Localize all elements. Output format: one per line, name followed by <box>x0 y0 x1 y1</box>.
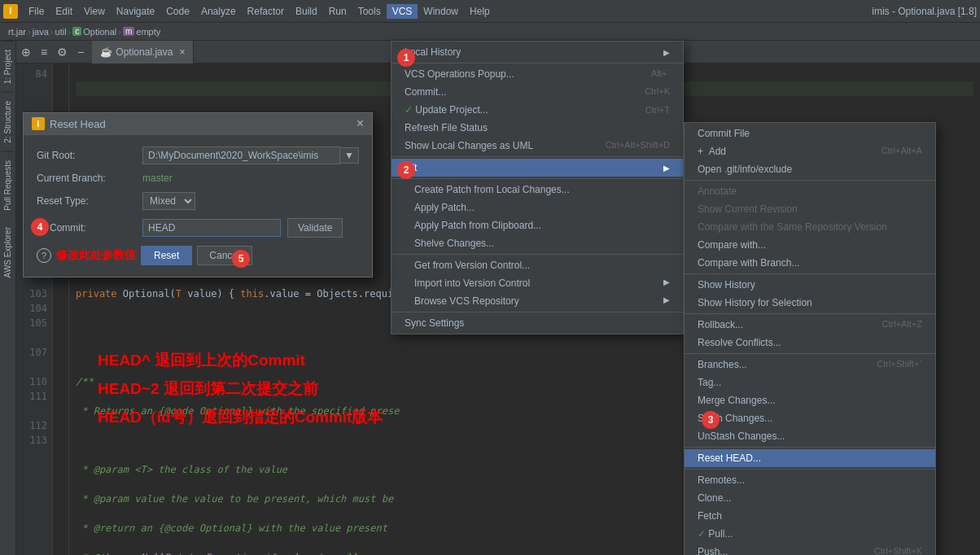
menu-refactor[interactable]: Refactor <box>242 4 290 19</box>
git-item-history[interactable]: Show History <box>685 276 935 294</box>
git-item-add[interactable]: + AddCtrl+Alt+A <box>685 142 935 160</box>
toolbar-icon-gear[interactable]: ⚙ <box>52 44 72 60</box>
dialog-close-button[interactable]: × <box>357 117 364 130</box>
menu-help[interactable]: Help <box>464 4 496 19</box>
help-icon[interactable]: ? <box>37 248 51 263</box>
git-item-reset-head[interactable]: Reset HEAD... <box>685 449 935 467</box>
git-item-pull[interactable]: ✓ Pull... <box>685 525 935 543</box>
breadcrumb-sep3: › <box>68 27 72 37</box>
git-item-unstash[interactable]: UnStash Changes... <box>685 427 935 445</box>
menu-code[interactable]: Code <box>160 4 195 19</box>
git-item-merge[interactable]: Merge Changes... <box>685 391 935 409</box>
toolbar-icon-list[interactable]: ≡ <box>36 44 52 60</box>
git-submenu: Commit File + AddCtrl+Alt+A Open .git/in… <box>684 122 936 555</box>
validate-button[interactable]: Validate <box>287 218 343 238</box>
file-icon: ☕ <box>100 46 112 58</box>
dialog-title-icon: I <box>32 117 45 130</box>
menu-view[interactable]: View <box>78 4 111 19</box>
to-commit-input[interactable] <box>142 219 281 237</box>
sidebar-tab-pull[interactable]: Pull Requests <box>2 151 14 219</box>
git-item-show-revision[interactable]: Show Current Revision <box>685 200 935 218</box>
dialog-row-branch: Current Branch: master <box>37 173 359 184</box>
menu-file[interactable]: File <box>23 4 50 19</box>
annotation-circle-4: 4 <box>31 218 49 236</box>
vcs-menu-item-local-history[interactable]: Local History▶ <box>392 43 683 61</box>
git-item-clone[interactable]: Clone... <box>685 489 935 507</box>
reset-type-select-wrap[interactable]: Mixed Soft Hard Keep Merge <box>142 192 195 210</box>
git-item-exclude[interactable]: Open .git/info/exclude <box>685 160 935 178</box>
menu-edit[interactable]: Edit <box>50 4 78 19</box>
vcs-menu-item-commit[interactable]: Commit...Ctrl+K <box>392 83 683 101</box>
git-sep3 <box>685 313 935 314</box>
vcs-menu-item-popup[interactable]: VCS Operations Popup...Alt+` <box>392 65 683 83</box>
dialog-row-tocommit: To Commit: Validate <box>37 218 359 238</box>
git-root-dropdown-btn[interactable]: ▼ <box>339 147 359 164</box>
app-logo: I <box>3 4 18 19</box>
vcs-menu-sep3 <box>392 178 683 179</box>
vcs-menu-item-sync[interactable]: Sync Settings <box>392 314 683 332</box>
git-item-tag[interactable]: Tag... <box>685 374 935 391</box>
git-item-compare-with[interactable]: Compare with... <box>685 236 935 254</box>
tab-close-icon[interactable]: × <box>179 46 185 58</box>
vcs-menu-item-git[interactable]: Git▶ <box>392 159 683 177</box>
vcs-menu-item-shelve[interactable]: Shelve Changes... <box>392 234 683 252</box>
git-item-history-sel[interactable]: Show History for Selection <box>685 294 935 312</box>
toolbar-icon-min[interactable]: − <box>72 44 89 60</box>
git-item-push[interactable]: Push...Ctrl+Shift+K <box>685 543 935 555</box>
menu-analyze[interactable]: Analyze <box>195 4 242 19</box>
vcs-menu-sep1 <box>392 63 683 63</box>
git-item-fetch[interactable]: Fetch <box>685 507 935 525</box>
vcs-menu-sep2 <box>392 156 683 157</box>
sidebar-tab-aws[interactable]: AWS Explorer <box>2 219 14 286</box>
vcs-menu-item-browse[interactable]: Browse VCS Repository▶ <box>392 292 683 310</box>
git-item-rollback[interactable]: Rollback...Ctrl+Alt+Z <box>685 316 935 334</box>
breadcrumb-java[interactable]: java <box>33 27 49 37</box>
git-item-branches[interactable]: Branches...Ctrl+Shift+` <box>685 356 935 374</box>
menu-build[interactable]: Build <box>290 4 323 19</box>
vcs-menu-item-uml[interactable]: Show Local Changes as UMLCtrl+Alt+Shift+… <box>392 137 683 155</box>
vcs-menu-item-getfrom[interactable]: Get from Version Control... <box>392 256 683 274</box>
menu-run[interactable]: Run <box>323 4 352 19</box>
git-item-compare-branch[interactable]: Compare with Branch... <box>685 254 935 272</box>
vcs-menu-item-apply[interactable]: Apply Patch... <box>392 199 683 216</box>
breadcrumb-util[interactable]: util <box>55 27 67 37</box>
toolbar-icon-plus[interactable]: ⊕ <box>16 44 36 60</box>
tab-filename: Optional.java <box>116 46 173 58</box>
vcs-menu: Local History▶ VCS Operations Popup...Al… <box>391 41 684 334</box>
breadcrumb-optional[interactable]: Optional <box>83 27 116 37</box>
dialog-overlay: I Reset Head × Git Root: D:\MyDocument\2… <box>23 112 373 278</box>
main-layout: 1: Project 2: Structure Pull Requests AW… <box>0 41 980 555</box>
reset-button[interactable]: Reset <box>141 246 192 265</box>
dialog-row-resettype: Reset Type: Mixed Soft Hard Keep Merge <box>37 192 359 210</box>
breadcrumb-c-icon: c <box>72 27 81 36</box>
vcs-menu-item-patch[interactable]: Create Patch from Local Changes... <box>392 181 683 199</box>
git-item-resolve[interactable]: Resolve Conflicts... <box>685 334 935 352</box>
annotation-circle-2: 2 <box>397 161 415 179</box>
sidebar-tab-structure[interactable]: 2: Structure <box>2 92 14 151</box>
sidebar-tab-project[interactable]: 1: Project <box>2 41 14 92</box>
git-item-stash[interactable]: Stash Changes... <box>685 409 935 427</box>
vcs-menu-item-refresh[interactable]: Refresh File Status <box>392 119 683 137</box>
menu-navigate[interactable]: Navigate <box>111 4 160 19</box>
vcs-menu-item-update[interactable]: ✓ Update Project...Ctrl+T <box>392 101 683 119</box>
git-item-compare-same[interactable]: Compare with the Same Repository Version <box>685 218 935 236</box>
vcs-menu-sep5 <box>392 312 683 312</box>
vcs-menu-item-apply-clip[interactable]: Apply Patch from Clipboard... <box>392 216 683 234</box>
git-item-remotes[interactable]: Remotes... <box>685 471 935 489</box>
editor-tab-optional[interactable]: ☕ Optional.java × <box>92 41 194 63</box>
breadcrumb-rtjar[interactable]: rt.jar <box>8 27 26 37</box>
git-root-combo[interactable]: D:\MyDocument\2020_WorkSpace\imis ▼ <box>142 146 359 164</box>
git-item-commit-file[interactable]: Commit File <box>685 125 935 142</box>
menu-vcs[interactable]: VCS <box>387 4 418 19</box>
menu-tools[interactable]: Tools <box>352 4 387 19</box>
vcs-menu-item-import[interactable]: Import into Version Control▶ <box>392 274 683 292</box>
menu-window[interactable]: Window <box>418 4 464 19</box>
reset-type-select[interactable]: Mixed Soft Hard Keep Merge <box>142 192 195 210</box>
git-sep6 <box>685 469 935 470</box>
git-item-annotate[interactable]: Annotate <box>685 182 935 200</box>
annotation-circle-3: 3 <box>702 411 720 429</box>
breadcrumb-sep2: › <box>50 27 54 37</box>
breadcrumb-m-icon: m <box>123 27 134 36</box>
breadcrumb-empty[interactable]: empty <box>136 27 160 37</box>
annotation-circle-1: 1 <box>397 49 415 67</box>
